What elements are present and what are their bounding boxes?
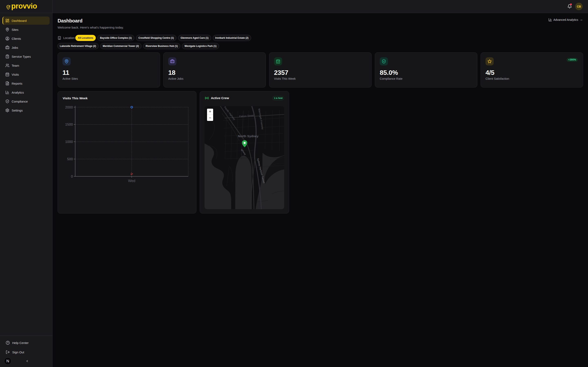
svg-text:North Sydney: North Sydney [238, 134, 259, 138]
svg-text:1000: 1000 [65, 140, 73, 144]
svg-text:1500: 1500 [65, 123, 73, 126]
svg-text:0: 0 [71, 174, 73, 178]
svg-text:500: 500 [67, 157, 73, 161]
svg-text:2000: 2000 [65, 105, 73, 109]
svg-text:Wed: Wed [128, 179, 135, 183]
